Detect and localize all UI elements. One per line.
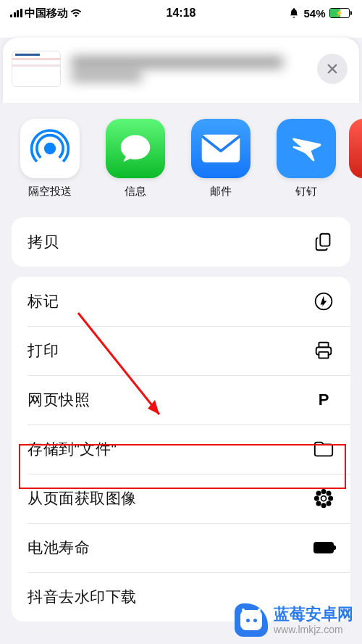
- battery-percent-label: 54%: [303, 7, 325, 20]
- action-label: 标记: [28, 291, 59, 311]
- content-title-blurred: [71, 51, 307, 87]
- action-label: 网页快照: [28, 390, 90, 410]
- share-apps-row[interactable]: 隔空投送 信息 邮件 钉钉: [0, 103, 362, 217]
- action-get-images[interactable]: 从页面获取图像: [12, 474, 350, 523]
- action-save-to-files[interactable]: 存储到"文件": [12, 425, 350, 474]
- folder-icon: [313, 438, 334, 460]
- battery-icon: ⚡: [329, 8, 353, 18]
- svg-point-11: [328, 496, 333, 501]
- status-right: 54% ⚡: [288, 7, 352, 20]
- share-app-messages[interactable]: 信息: [93, 119, 178, 198]
- mail-icon: [201, 133, 241, 164]
- share-sheet-header: [3, 38, 359, 103]
- action-label: 从页面获取图像: [28, 488, 137, 509]
- action-print[interactable]: 打印: [12, 326, 350, 375]
- watermark: 蓝莓安卓网 www.lmkjz.com: [235, 603, 353, 637]
- app-label: 钉钉: [264, 185, 349, 198]
- watermark-title: 蓝莓安卓网: [274, 604, 353, 624]
- action-label: 抖音去水印下载: [28, 587, 137, 607]
- svg-rect-6: [319, 352, 328, 358]
- app-label: 信息: [93, 185, 178, 198]
- svg-point-12: [316, 491, 321, 496]
- action-web-snapshot[interactable]: 网页快照 P: [12, 375, 350, 425]
- pocket-icon: P: [313, 389, 334, 411]
- content-thumbnail: [12, 51, 61, 87]
- watermark-url: www.lmkjz.com: [274, 624, 353, 637]
- carrier-label: 中国移动: [25, 7, 68, 20]
- alarm-icon: [288, 7, 300, 19]
- svg-rect-2: [320, 234, 329, 246]
- action-label: 打印: [28, 340, 59, 361]
- svg-point-14: [316, 501, 321, 506]
- wifi-icon: [70, 9, 82, 18]
- svg-point-10: [314, 496, 319, 501]
- signal-icon: [10, 9, 22, 17]
- svg-point-16: [321, 496, 325, 500]
- status-bar: 中国移动 14:18 54% ⚡: [0, 0, 362, 26]
- markup-icon: [313, 290, 334, 312]
- share-app-dingtalk[interactable]: 钉钉: [264, 119, 349, 198]
- svg-point-8: [321, 489, 327, 494]
- copy-icon: [313, 231, 334, 253]
- share-app-airdrop[interactable]: 隔空投送: [7, 119, 93, 198]
- airdrop-icon: [29, 127, 71, 170]
- action-markup[interactable]: 标记: [12, 277, 350, 326]
- action-label: 电池寿命: [28, 538, 90, 558]
- svg-rect-4: [319, 343, 328, 348]
- gear-flower-icon: [313, 488, 334, 509]
- action-group-main: 标记 打印 网页快照 P 存储到"文件" 从页面获取图像 电池寿命 抖音去水印: [12, 277, 350, 622]
- dingtalk-icon: [287, 130, 325, 167]
- svg-point-13: [327, 491, 332, 496]
- app-label: 隔空投送: [7, 185, 93, 198]
- action-label: 拷贝: [28, 232, 59, 252]
- close-button[interactable]: [317, 54, 348, 84]
- battery-full-icon: [313, 537, 334, 559]
- share-app-mail[interactable]: 邮件: [178, 119, 264, 198]
- share-app-next-peek[interactable]: [349, 119, 362, 198]
- action-battery-life[interactable]: 电池寿命: [12, 523, 350, 572]
- action-group-copy: 拷贝: [12, 217, 350, 267]
- action-copy[interactable]: 拷贝: [12, 217, 350, 267]
- close-icon: [326, 62, 339, 75]
- clock: 14:18: [167, 7, 196, 20]
- action-label: 存储到"文件": [28, 439, 117, 459]
- svg-rect-1: [202, 135, 240, 163]
- app-label: 邮件: [178, 185, 264, 198]
- watermark-logo: [235, 603, 268, 637]
- svg-point-15: [327, 501, 332, 506]
- print-icon: [313, 340, 334, 361]
- svg-point-9: [321, 503, 327, 508]
- svg-point-0: [46, 144, 55, 154]
- status-left: 中国移动: [10, 7, 82, 20]
- messages-icon: [116, 129, 155, 168]
